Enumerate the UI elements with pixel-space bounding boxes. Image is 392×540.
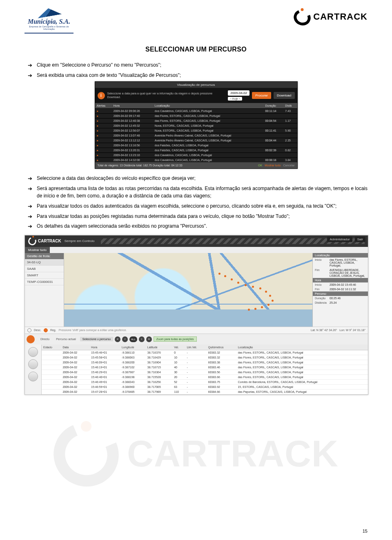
bullet-item: Será apresentada uma lista de todas as r… [28, 185, 368, 200]
nav-all-button[interactable]: ALL [129, 336, 137, 342]
cell-data: 2009-04-02 [61, 374, 89, 379]
table-row[interactable]: 2009-04-0215:46:59+01-9.38696038.7170656… [42, 384, 368, 389]
today-selector[interactable]: ‹ Hoje › [228, 97, 242, 101]
nav-prev-icon[interactable]: ‹ [122, 336, 128, 342]
cell-loc: Avenida Pedro Álvares Cabral, CASCAIS, L… [153, 138, 264, 143]
cell-limvel: - [185, 389, 206, 394]
cartrack-icon [27, 236, 38, 246]
logout-button[interactable]: Sair [355, 237, 365, 242]
cell-hora: 2009-04-02 12:56:07 [112, 128, 153, 133]
cell-loc: das Flores, ESTORIL, CASCAIS, LISBOA, Po… [153, 114, 264, 119]
cell-loc: Nova, ESTORIL, CASCAIS, LISBOA, Portugal [153, 128, 264, 133]
nav-next-icon[interactable]: › [139, 336, 145, 342]
col-localizacao: Localização [153, 103, 264, 109]
page-title: SELECCIONAR UM PERCURSO [24, 46, 368, 53]
cell-lon: -9.388198 [120, 374, 146, 379]
table-row[interactable]: 2009-04-0215:46:49+01-9.38834338.7162565… [42, 379, 368, 384]
nav-last-icon[interactable]: » [146, 336, 152, 342]
cell-lon: -9.386200 [120, 360, 146, 365]
search-button[interactable]: Procurar [252, 92, 271, 99]
table-row[interactable]: ●2009-04-02 13:20:31dos Faisões, CASCAIS… [95, 148, 297, 153]
date-input[interactable]: 2009-04-02 [228, 90, 249, 96]
section-hora: Hora [313, 278, 368, 282]
cell-dur [264, 114, 284, 119]
table-row[interactable]: 2009-04-0215:46:29+01-9.38798738.7163643… [42, 370, 368, 374]
table-row[interactable]: 2009-04-0215:46:40+01-9.38819838.7155282… [42, 374, 368, 379]
cell-dur: 00:08:18 [264, 158, 284, 163]
cell-estado [42, 389, 61, 394]
table-row[interactable]: ●2009-04-02 13:07:48Avenida Pedro Álvare… [95, 133, 297, 138]
zoom-all-button[interactable]: Zoom para todas as posições [154, 336, 197, 342]
cell-hora: 15:46:40+01 [89, 374, 120, 379]
cell-estado [42, 370, 61, 374]
table-row[interactable]: 2009-04-0215:46:09+01-9.38620038.7169041… [42, 360, 368, 365]
gcol-lon: Longitude [120, 345, 146, 350]
cell-estado [42, 350, 61, 355]
label-desc: Desc. [34, 329, 41, 332]
sidebar-item[interactable]: 34-02-LQ [25, 259, 64, 266]
nav-first-icon[interactable]: « [115, 336, 120, 342]
cell-km: 60383.66 [207, 374, 236, 379]
gcol-hora: Hora [89, 345, 120, 350]
record-icon[interactable] [27, 335, 35, 343]
table-row[interactable]: ●2009-04-02 14:32:00dos Cavaleiros, CASC… [95, 158, 297, 163]
table-row[interactable]: ●2009-04-02 13:12:12Avenida Pedro Álvare… [95, 138, 297, 143]
sidebar-item[interactable]: TEMP-CG000031 [25, 279, 64, 285]
show-all-button[interactable]: Mostrar tudo [265, 164, 281, 167]
cell-data: 2009-04-02 [61, 360, 89, 365]
cancel-button[interactable]: Cancelar [283, 164, 294, 167]
cell-lon: -9.387102 [120, 365, 146, 370]
alert-icon: ● [95, 153, 112, 158]
bullet-item: Será exibida uma caixa com de texto "Vis… [28, 72, 368, 79]
tool-icon[interactable] [28, 372, 38, 381]
cell-lat: 38.716904 [146, 360, 172, 365]
alert-icon: ● [95, 143, 112, 148]
cell-dist: 7.43 [283, 109, 297, 114]
radio-desc[interactable] [27, 328, 31, 332]
table-row[interactable]: ●2009-04-02 13:16:56dos Faisões, CASCAIS… [95, 143, 297, 148]
gcol-limvel: Lim.Vel. [185, 345, 206, 350]
show-all-tab[interactable]: Mostrar tudo [25, 247, 50, 253]
tab-seleccione[interactable]: Seleccione o percurso [80, 337, 113, 341]
ok-button[interactable]: OK [258, 164, 262, 167]
table-row[interactable]: 2009-04-0215:46:19+01-9.38710238.7167154… [42, 365, 368, 370]
radio-reg[interactable] [44, 328, 48, 332]
table-row[interactable]: 2009-04-0215:45:46+01-9.38611038.7163760… [42, 350, 368, 355]
cell-data: 2009-04-02 [61, 370, 89, 374]
page-number: 15 [363, 529, 368, 533]
table-row[interactable]: ●2009-04-02 09:17:40das Flores, ESTORIL,… [95, 114, 297, 119]
cell-loc: das Flores, ESTORIL, CASCAIS, LISBOA, Po… [236, 350, 368, 355]
cell-vel: 63 [172, 384, 185, 389]
table-row[interactable]: ●2009-04-02 13:23:10dos Cavaleiros, CASC… [95, 153, 297, 158]
table-row[interactable]: ●2009-04-02 12:40:38das Flores, ESTORIL,… [95, 119, 297, 123]
cell-lat: 38.716256 [146, 379, 172, 384]
cell-hora: 2009-04-02 09:06:26 [112, 109, 153, 114]
tool-icon[interactable] [28, 347, 38, 357]
table-row[interactable]: 2009-04-0215:47:28+01-9.37848538.7179891… [42, 389, 368, 394]
cell-dist [283, 114, 297, 119]
admin-button[interactable]: Administrador [327, 237, 352, 242]
table-row[interactable]: 2009-04-0215:45:58+01-9.38606338.7164291… [42, 355, 368, 360]
sidebar-item[interactable]: SMART [25, 272, 64, 279]
cell-limvel: - [185, 379, 206, 384]
cell-limvel: - [185, 365, 206, 370]
map-canvas[interactable] [64, 253, 312, 327]
cell-lon: -9.388343 [120, 379, 146, 384]
cell-loc: das Flores, ESTORIL, CASCAIS, LISBOA, Po… [236, 355, 368, 360]
table-row[interactable]: ●2009-04-02 12:45:32Nova, ESTORIL, CASCA… [95, 123, 297, 128]
tab-percurso-actual[interactable]: Percurso actual [53, 337, 78, 341]
cell-data: 2009-04-02 [61, 355, 89, 360]
cell-hora: 15:46:59+01 [89, 384, 120, 389]
sidebar-item[interactable]: SAAB [25, 266, 64, 272]
cell-dur: 00:11:14 [264, 109, 284, 114]
fleet-sidebar: Gestão de frota: 34-02-LQ SAAB SMART TEM… [25, 253, 64, 327]
tool-icon[interactable] [28, 359, 38, 369]
alert-icon: ● [95, 123, 112, 128]
download-button[interactable]: Download [274, 92, 295, 99]
value-fim: AVENIDA LIBERDADE, CORAÇÃO DE JESUS, LIS… [330, 269, 366, 277]
tab-directo[interactable]: Directo [38, 337, 52, 341]
table-row[interactable]: ●2009-04-02 12:56:07Nova, ESTORIL, CASCA… [95, 128, 297, 133]
cell-km: 60383.75 [207, 379, 236, 384]
table-row[interactable]: ●2009-04-02 09:06:26dos Cavaleiros, CASC… [95, 109, 297, 114]
cell-limvel: - [185, 360, 206, 365]
